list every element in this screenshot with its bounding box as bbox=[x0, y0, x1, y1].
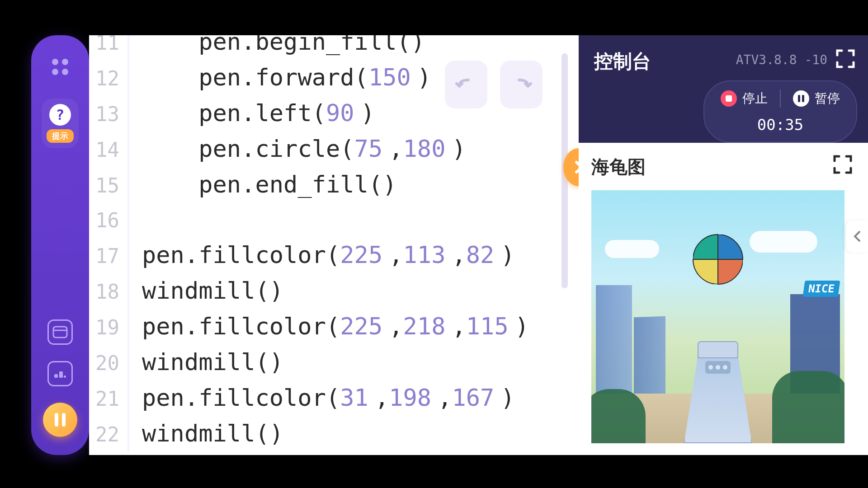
code-line[interactable]: 19pen.fillcolor(225,218,115) bbox=[89, 309, 579, 345]
code-content[interactable]: pen.fillcolor(31,198,167) bbox=[129, 380, 515, 415]
line-number: 17 bbox=[89, 239, 127, 273]
pause-button[interactable]: 暂停 bbox=[793, 90, 840, 107]
code-line[interactable]: 22windmill() bbox=[89, 416, 579, 452]
line-number: 21 bbox=[89, 381, 127, 416]
question-icon: ? bbox=[49, 104, 71, 126]
pause-icon bbox=[793, 90, 809, 107]
hint-label: 提示 bbox=[47, 129, 74, 143]
svg-rect-1 bbox=[59, 371, 63, 378]
files-button[interactable] bbox=[47, 319, 73, 345]
code-line[interactable]: 16 bbox=[89, 203, 579, 238]
separator bbox=[780, 89, 781, 108]
right-panel: 控制台 ATV3.8.8 -10 停止 暂停 00:35 bbox=[579, 35, 868, 455]
redo-button[interactable] bbox=[500, 61, 542, 108]
turtle-canvas: NICE bbox=[591, 190, 844, 443]
stop-icon bbox=[721, 90, 737, 107]
pause-label: 暂停 bbox=[815, 90, 840, 107]
code-line[interactable]: 20windmill() bbox=[89, 345, 579, 380]
hint-button[interactable]: ? 提示 bbox=[42, 99, 79, 148]
stop-button[interactable]: 停止 bbox=[721, 90, 768, 107]
stop-label: 停止 bbox=[742, 90, 768, 107]
code-line[interactable]: 11 pen.begin_fill() bbox=[89, 35, 579, 60]
turtle-fullscreen-button[interactable] bbox=[833, 155, 853, 174]
line-number: 12 bbox=[89, 61, 127, 96]
nice-sign: NICE bbox=[803, 281, 840, 297]
line-number: 11 bbox=[89, 35, 127, 60]
timer-label: 00:35 bbox=[720, 116, 841, 134]
undo-button[interactable] bbox=[445, 61, 487, 108]
layout-button[interactable] bbox=[47, 361, 73, 386]
windmill-pedestal bbox=[684, 341, 752, 443]
code-content[interactable]: windmill() bbox=[129, 416, 283, 451]
line-number: 13 bbox=[89, 97, 127, 131]
svg-rect-2 bbox=[64, 375, 66, 378]
code-content[interactable]: pen.fillcolor(225,113,82) bbox=[129, 238, 515, 272]
playback-controls: 停止 暂停 00:35 bbox=[703, 80, 857, 143]
code-content[interactable]: windmill() bbox=[129, 273, 283, 308]
line-number: 18 bbox=[89, 274, 127, 309]
sidebar: ? 提示 bbox=[31, 35, 89, 455]
code-content[interactable]: pen.begin_fill() bbox=[129, 35, 425, 59]
console-header: 控制台 ATV3.8.8 -10 停止 暂停 00:35 bbox=[579, 35, 868, 143]
console-fullscreen-button[interactable] bbox=[835, 49, 855, 69]
code-line[interactable]: 21pen.fillcolor(31,198,167) bbox=[89, 380, 579, 416]
code-line[interactable]: 14 pen.circle(75,180) bbox=[89, 131, 579, 167]
line-number: 19 bbox=[89, 310, 127, 345]
line-number: 16 bbox=[89, 203, 127, 238]
turtle-title: 海龟图 bbox=[591, 155, 855, 179]
line-number: 15 bbox=[89, 168, 127, 203]
collapse-right-button[interactable] bbox=[846, 221, 868, 252]
code-line[interactable]: 18windmill() bbox=[89, 273, 579, 309]
version-label: ATV3.8.8 -10 bbox=[736, 52, 827, 67]
code-content[interactable]: pen.forward(150) bbox=[129, 60, 431, 95]
code-content[interactable]: windmill() bbox=[129, 345, 283, 380]
code-line[interactable]: 15 pen.end_fill() bbox=[89, 167, 579, 203]
code-content[interactable]: pen.fillcolor(225,218,115) bbox=[129, 309, 529, 344]
line-number: 20 bbox=[89, 346, 127, 380]
code-line[interactable]: 17pen.fillcolor(225,113,82) bbox=[89, 238, 579, 273]
apps-button[interactable] bbox=[47, 53, 74, 80]
code-content[interactable]: pen.left(90) bbox=[129, 96, 375, 131]
line-number: 14 bbox=[89, 132, 127, 167]
code-editor[interactable]: 11 pen.begin_fill()12 pen.forward(150)13… bbox=[89, 35, 579, 455]
code-content[interactable]: pen.circle(75,180) bbox=[129, 131, 466, 166]
turtle-panel: 海龟图 NICE bbox=[579, 143, 868, 455]
line-number: 22 bbox=[89, 417, 127, 452]
svg-rect-0 bbox=[54, 374, 58, 378]
sidebar-pause-button[interactable] bbox=[43, 403, 77, 437]
code-content[interactable]: pen.end_fill() bbox=[129, 167, 397, 202]
